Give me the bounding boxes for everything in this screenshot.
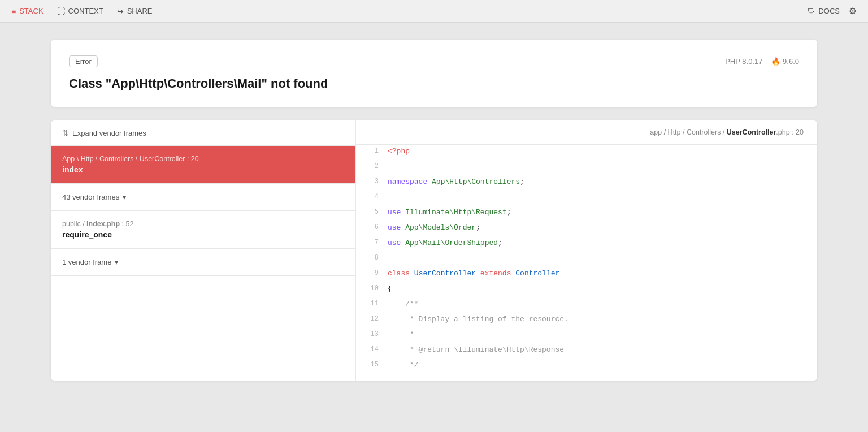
line-code-content: */ [388, 358, 817, 371]
line-number: 8 [356, 252, 388, 264]
nav-context-label: CONTEXT [68, 7, 103, 15]
line-code-content: * [388, 328, 817, 341]
code-line: 5use Illuminate\Http\Request; [356, 206, 817, 221]
line-number: 4 [356, 191, 388, 203]
code-filename: UserController [727, 128, 776, 136]
line-code-content [388, 191, 817, 204]
code-line: 12 * Display a listing of the resource. [356, 313, 817, 328]
code-line: 8 [356, 252, 817, 267]
line-number: 12 [356, 313, 388, 325]
vendor-frames-label-1: 43 vendor frames [62, 193, 119, 201]
line-number: 9 [356, 267, 388, 279]
nav-share[interactable]: ↪ SHARE [117, 7, 153, 16]
topnav-left: ≡ STACK ⛶ CONTEXT ↪ SHARE [11, 7, 152, 16]
topnav-right: 🛡 DOCS ⚙ [808, 6, 857, 16]
frame-path-public: public / index.php : 52 [62, 220, 344, 228]
code-line: 14 * @return \Illuminate\Http\Response [356, 343, 817, 358]
line-code-content: use App\Mail\OrderShipped; [388, 236, 817, 249]
vendor-frames-item-2[interactable]: 1 vendor frame ▾ [51, 249, 355, 276]
code-line: 3namespace App\Http\Controllers; [356, 175, 817, 191]
error-title: Class "App\Http\Controllers\Mail" not fo… [69, 76, 799, 91]
code-body: 1<?php2 3namespace App\Http\Controllers;… [356, 145, 817, 374]
chevron-down-icon-2: ▾ [115, 258, 118, 266]
nav-share-label: SHARE [127, 7, 153, 15]
expand-vendor-button[interactable]: ⇅ Expand vendor frames [51, 120, 355, 146]
settings-icon[interactable]: ⚙ [849, 6, 857, 16]
line-number: 11 [356, 297, 388, 310]
vendor-frames-item-1[interactable]: 43 vendor frames ▾ [51, 184, 355, 211]
code-line: 2 [356, 160, 817, 175]
error-badge: Error [69, 55, 98, 67]
docs-shield-icon: 🛡 [808, 7, 815, 15]
nav-stack[interactable]: ≡ STACK [11, 7, 44, 16]
context-icon: ⛶ [57, 7, 65, 16]
vendor-frames-label-2: 1 vendor frame [62, 258, 111, 266]
line-code-content: use App\Models\Order; [388, 221, 817, 234]
error-meta: PHP 8.0.17 🔥 9.6.0 [725, 57, 799, 66]
framework-version: 🔥 9.6.0 [771, 57, 799, 66]
topnav: ≡ STACK ⛶ CONTEXT ↪ SHARE 🛡 DOCS ⚙ [0, 0, 868, 23]
frame-item-main[interactable]: App \ Http \ Controllers \ UserControlle… [51, 146, 355, 184]
nav-docs-label: DOCS [818, 7, 840, 15]
frame-method-public: require_once [62, 230, 344, 239]
share-icon: ↪ [117, 7, 124, 16]
code-file-path: app / Http / Controllers / UserControlle… [650, 128, 804, 136]
code-line: 9class UserController extends Controller [356, 267, 817, 282]
frame-method-main: index [62, 165, 344, 174]
line-number: 14 [356, 343, 388, 356]
main-content: Error PHP 8.0.17 🔥 9.6.0 Class "App\Http… [0, 23, 868, 398]
line-number: 6 [356, 221, 388, 234]
line-code-content: use Illuminate\Http\Request; [388, 206, 817, 219]
stack-icon: ≡ [11, 7, 16, 16]
line-number: 3 [356, 175, 388, 188]
code-line: 7use App\Mail\OrderShipped; [356, 236, 817, 252]
line-code-content: class UserController extends Controller [388, 267, 817, 280]
code-line: 13 * [356, 328, 817, 343]
line-code-content: { [388, 282, 817, 295]
code-line: 4 [356, 191, 817, 206]
nav-docs[interactable]: 🛡 DOCS [808, 7, 840, 15]
code-line: 15 */ [356, 358, 817, 374]
line-number: 10 [356, 282, 388, 295]
chevron-down-icon-1: ▾ [123, 193, 126, 201]
line-number: 7 [356, 236, 388, 249]
line-number: 1 [356, 145, 388, 157]
nav-context[interactable]: ⛶ CONTEXT [57, 7, 103, 16]
frames-list: ⇅ Expand vendor frames App \ Http \ Cont… [51, 120, 356, 381]
php-version: PHP 8.0.17 [725, 57, 762, 66]
frame-item-public[interactable]: public / index.php : 52 require_once [51, 211, 355, 249]
line-code-content: /** [388, 297, 817, 310]
code-header: app / Http / Controllers / UserControlle… [356, 120, 817, 145]
expand-icon: ⇅ [62, 128, 69, 137]
line-code-content: namespace App\Http\Controllers; [388, 175, 817, 188]
line-number: 13 [356, 328, 388, 340]
line-code-content: * @return \Illuminate\Http\Response [388, 343, 817, 356]
code-line: 11 /** [356, 297, 817, 313]
line-code-content [388, 252, 817, 265]
expand-vendor-label: Expand vendor frames [72, 129, 146, 137]
code-line: 10{ [356, 282, 817, 297]
error-card: Error PHP 8.0.17 🔥 9.6.0 Class "App\Http… [51, 40, 817, 107]
line-number: 5 [356, 206, 388, 218]
code-line: 1<?php [356, 145, 817, 160]
line-number: 15 [356, 358, 388, 371]
nav-stack-label: STACK [19, 7, 43, 15]
code-panel: app / Http / Controllers / UserControlle… [356, 120, 817, 381]
error-card-header: Error PHP 8.0.17 🔥 9.6.0 [69, 55, 799, 67]
frame-path-main: App \ Http \ Controllers \ UserControlle… [62, 155, 344, 163]
code-line: 6use App\Models\Order; [356, 221, 817, 236]
flame-icon: 🔥 [771, 57, 780, 66]
line-number: 2 [356, 160, 388, 172]
stack-panel: ⇅ Expand vendor frames App \ Http \ Cont… [51, 120, 817, 381]
line-code-content: * Display a listing of the resource. [388, 313, 817, 326]
line-code-content: <?php [388, 145, 817, 158]
line-code-content [388, 160, 817, 173]
